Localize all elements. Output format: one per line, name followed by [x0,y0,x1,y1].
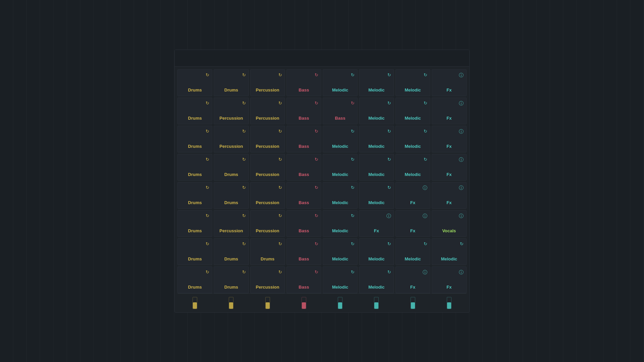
cell-label: Melodic [368,200,384,205]
volume-bar-7[interactable] [447,297,451,309]
cell-r3-c6[interactable]: ↻Melodic [395,154,430,181]
volume-fill [266,302,270,309]
cell-r0-c7[interactable]: ⓘFx [432,69,467,96]
cell-r7-c3[interactable]: ↻Bass [286,266,321,293]
cell-r6-c1[interactable]: ↻Drums [214,238,249,265]
volume-fill [229,302,233,309]
refresh-icon: ↻ [242,185,246,190]
cell-r2-c1[interactable]: ↻Percussion [214,126,249,153]
cell-r6-c7[interactable]: ↻Melodic [432,238,467,265]
cell-r1-c7[interactable]: ⓘFx [432,98,467,124]
bottom-slot-7[interactable] [432,297,467,309]
volume-bar-6[interactable] [411,297,415,309]
cell-r4-c0[interactable]: ↻Drums [177,182,212,209]
cell-label: Drums [188,228,202,233]
cell-r7-c6[interactable]: ⓘFx [395,266,430,293]
cell-r1-c0[interactable]: ↻Drums [177,98,212,124]
cell-r2-c5[interactable]: ↻Melodic [359,126,394,153]
refresh-icon: ↻ [206,269,209,275]
cell-r0-c1[interactable]: ↻Drums [214,69,249,96]
cell-label: Percussion [256,172,279,177]
volume-bar-3[interactable] [302,297,306,309]
volume-bar-1[interactable] [229,297,233,309]
cell-r2-c2[interactable]: ↻Percussion [250,126,285,153]
cell-r0-c4[interactable]: ↻Melodic [323,69,358,96]
volume-bar-2[interactable] [265,297,270,309]
cell-r6-c5[interactable]: ↻Melodic [359,238,394,265]
cell-r7-c5[interactable]: ↻Melodic [359,266,394,293]
cell-r4-c6[interactable]: ⓘFx [395,182,430,209]
bottom-slot-1[interactable] [214,297,249,309]
volume-bar-5[interactable] [374,297,379,309]
cell-r2-c0[interactable]: ↻Drums [177,126,212,153]
cell-r2-c3[interactable]: ↻Bass [286,126,321,153]
cell-label: Bass [299,116,309,121]
cell-r5-c3[interactable]: ↻Bass [286,210,321,237]
refresh-icon: ↻ [278,241,282,246]
cell-r7-c2[interactable]: ↻Percussion [250,266,285,293]
cell-r0-c2[interactable]: ↻Percussion [250,69,285,96]
volume-bar-0[interactable] [193,297,197,309]
cell-r1-c2[interactable]: ↻Percussion [250,98,285,124]
cell-r3-c4[interactable]: ↻Melodic [323,154,358,181]
refresh-icon: ↻ [315,185,318,190]
cell-r5-c4[interactable]: ↻Melodic [323,210,358,237]
cell-r3-c2[interactable]: ↻Percussion [250,154,285,181]
cell-r5-c7[interactable]: ⓘVocals [432,210,467,237]
info-icon: ⓘ [386,213,391,219]
cell-r1-c1[interactable]: ↻Percussion [214,98,249,124]
bottom-slot-0[interactable] [177,297,212,309]
cell-r1-c3[interactable]: ↻Bass [286,98,321,124]
bottom-slot-5[interactable] [359,297,394,309]
refresh-icon: ↻ [242,72,246,77]
cell-r3-c7[interactable]: ⓘFx [432,154,467,181]
cell-r7-c7[interactable]: ⓘFx [432,266,467,293]
cell-r6-c4[interactable]: ↻Melodic [323,238,358,265]
cell-label: Drums [224,172,238,177]
cell-r3-c0[interactable]: ↻Drums [177,154,212,181]
cell-r6-c2[interactable]: ↻Drums [250,238,285,265]
cell-r1-c6[interactable]: ↻Melodic [395,98,430,124]
cell-r2-c4[interactable]: ↻Melodic [323,126,358,153]
cell-r4-c2[interactable]: ↻Percussion [250,182,285,209]
cell-r5-c0[interactable]: ↻Drums [177,210,212,237]
cell-r5-c5[interactable]: ⓘFx [359,210,394,237]
cell-r6-c3[interactable]: ↻Bass [286,238,321,265]
bottom-slot-4[interactable] [323,297,358,309]
cell-label: Fx [446,144,451,149]
cell-r4-c7[interactable]: ⓘFx [432,182,467,209]
cell-r0-c0[interactable]: ↻Drums [177,69,212,96]
bottom-slot-3[interactable] [286,297,321,309]
cell-r4-c3[interactable]: ↻Bass [286,182,321,209]
cell-r2-c6[interactable]: ↻Melodic [395,126,430,153]
volume-bar-4[interactable] [338,297,342,309]
cell-r4-c1[interactable]: ↻Drums [214,182,249,209]
cell-r0-c6[interactable]: ↻Melodic [395,69,430,96]
cell-r7-c4[interactable]: ↻Melodic [323,266,358,293]
cell-r0-c3[interactable]: ↻Bass [286,69,321,96]
cell-label: Drums [188,256,202,261]
cell-r6-c6[interactable]: ↻Melodic [395,238,430,265]
cell-r1-c4[interactable]: ↻Bass [323,98,358,124]
refresh-icon: ↻ [351,213,355,218]
cell-r1-c5[interactable]: ↻Melodic [359,98,394,124]
cell-label: Percussion [256,200,279,205]
cell-r0-c5[interactable]: ↻Melodic [359,69,394,96]
cell-r4-c5[interactable]: ↻Melodic [359,182,394,209]
cell-r3-c1[interactable]: ↻Drums [214,154,249,181]
bottom-slot-6[interactable] [395,297,430,309]
cell-label: Fx [446,172,451,177]
cell-r2-c7[interactable]: ⓘFx [432,126,467,153]
bottom-slot-2[interactable] [250,297,285,309]
cell-r5-c2[interactable]: ↻Percussion [250,210,285,237]
cell-r4-c4[interactable]: ↻Melodic [323,182,358,209]
cell-r3-c3[interactable]: ↻Bass [286,154,321,181]
cell-label: Melodic [332,87,348,93]
cell-r6-c0[interactable]: ↻Drums [177,238,212,265]
cell-r7-c1[interactable]: ↻Drums [214,266,249,293]
cell-r3-c5[interactable]: ↻Melodic [359,154,394,181]
cell-r7-c0[interactable]: ↻Drums [177,266,212,293]
cell-r5-c6[interactable]: ⓘFx [395,210,430,237]
cell-r5-c1[interactable]: ↻Percussion [214,210,249,237]
cell-label: Percussion [256,285,279,290]
